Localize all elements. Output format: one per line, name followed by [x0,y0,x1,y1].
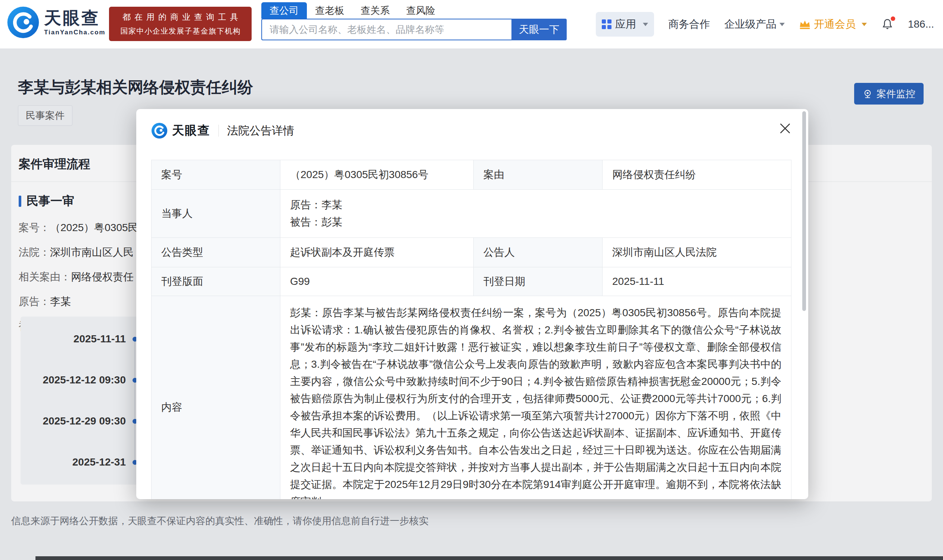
modal-title: 法院公告详情 [227,123,294,138]
timeline-date: 2025-12-31 [20,456,126,468]
brand-text: 天眼查 TianYanCha.com [44,9,106,36]
announcement-type-label: 公告类型 [152,238,280,267]
detail-table: 案号 （2025）粤0305民初30856号 案由 网络侵权责任纠纷 当事人 原… [151,160,791,499]
field-value: （2025）粤0305民 [50,222,138,233]
chevron-down-icon [861,23,867,26]
publish-date-label: 刊登日期 [474,267,603,296]
publish-date-value: 2025-11-11 [603,267,791,296]
timeline-line [134,339,135,462]
crown-icon [799,18,811,30]
brand-logo[interactable]: 天眼查 TianYanCha.com [7,6,106,39]
search-input[interactable] [262,18,511,40]
timeline-date: 2025-12-12 09:30 [20,374,126,386]
trial-title: 民事一审 [26,193,74,209]
page-title: 李某与彭某相关网络侵权责任纠纷 [18,77,253,98]
promo-line1: 都在用的商业查询工具 [122,12,242,23]
tianyancha-logo-icon [7,6,40,39]
tianyancha-page: 天眼查 TianYanCha.com 都在用的商业查询工具 国家中小企业发展子基… [0,0,943,560]
layout-label: 刊登版面 [152,267,280,296]
content-label: 内容 [152,296,280,500]
timeline-date: 2025-12-29 09:30 [20,415,126,427]
announcement-content: 彭某：原告李某与被告彭某网络侵权责任纠纷一案，案号为（2025）粤0305民初3… [290,304,781,499]
divider [218,125,219,137]
defendant-line: 被告：彭某 [290,214,781,231]
case-monitor-button[interactable]: 案件监控 [854,83,924,105]
field-value: 网络侵权责任 [71,271,134,283]
search-tabs: 查公司 查老板 查关系 查风险 [262,2,567,18]
notification-dot [891,17,895,21]
notification-bell[interactable] [881,18,894,31]
case-number-value: （2025）粤0305民初30856号 [280,160,474,190]
parties-value: 原告：李某 被告：彭某 [280,190,791,238]
tab-boss[interactable]: 查老板 [307,2,352,18]
timeline-item: 2025-12-12 09:30 [20,371,137,389]
field-value: 李某 [50,296,71,307]
field-label: 相关案由： [18,271,71,283]
plaintiff-line: 原告：李某 [290,196,781,214]
field-label: 原告： [18,296,50,307]
tianyancha-logo-icon [151,123,168,139]
chevron-down-icon [780,23,785,26]
close-button[interactable] [778,122,792,136]
announcement-type-value: 起诉状副本及开庭传票 [280,238,474,267]
nav-phone[interactable]: 186... [908,18,934,30]
timeline-item: 2025-12-31 [20,453,137,472]
nav-vip-label: 开通会员 [814,17,856,31]
court-announcement-modal: 天眼查 法院公告详情 案号 （2025）粤0305民初30856号 案由 网络侵… [136,109,808,499]
promo-badge: 都在用的商业查询工具 国家中小企业发展子基金旗下机构 [109,7,252,41]
announcer-value: 深圳市南山区人民法院 [603,238,791,267]
nav-apps[interactable]: 应用 [596,12,654,37]
header: 天眼查 TianYanCha.com 都在用的商业查询工具 国家中小企业发展子基… [0,0,943,49]
nav-vip[interactable]: 开通会员 [799,17,867,31]
modal-header: 天眼查 法院公告详情 [151,123,294,139]
timeline-item: 2025-11-11 [20,330,137,348]
cause-label: 案由 [474,160,603,190]
disclaimer: 信息来源于网络公开数据，天眼查不保证内容的真实性、准确性，请你使用信息前自行进一… [11,514,429,528]
search-bar: 天眼一下 [262,18,567,40]
nav-enterprise[interactable]: 企业级产品 [724,17,785,31]
tab-risk[interactable]: 查风险 [398,2,443,18]
tab-relation[interactable]: 查关系 [352,2,398,18]
nav-cooperation[interactable]: 商务合作 [668,17,710,31]
table-row: 当事人 原告：李某 被告：彭某 [152,190,791,238]
brand-name: 天眼查 [44,9,106,28]
search-button[interactable]: 天眼一下 [511,18,567,40]
close-icon [778,122,792,135]
header-nav: 应用 商务合作 企业级产品 开通会员 [596,0,934,49]
table-row: 案号 （2025）粤0305民初30856号 案由 网络侵权责任纠纷 [152,160,791,190]
bottom-window-edge [35,556,943,560]
field-value: 深圳市南山区人民 [50,246,134,258]
case-type-tag: 民事案件 [18,105,72,126]
chevron-down-icon [643,23,648,26]
nav-apps-label: 应用 [615,17,636,31]
case-number-label: 案号 [152,160,280,190]
tab-company[interactable]: 查公司 [262,2,307,18]
promo-line2: 国家中小企业发展子基金旗下机构 [121,26,241,36]
announcement-detail: 案号 （2025）粤0305民初30856号 案由 网络侵权责任纠纷 当事人 原… [151,160,791,499]
timeline-date: 2025-11-11 [20,333,126,345]
apps-grid-icon [602,19,611,29]
brand-domain: TianYanCha.com [44,29,106,36]
announcer-label: 公告人 [474,238,603,267]
monitor-icon [862,88,873,99]
table-row: 公告类型 起诉状副本及开庭传票 公告人 深圳市南山区人民法院 [152,238,791,267]
nav-enterprise-label: 企业级产品 [724,17,777,31]
parties-label: 当事人 [152,190,280,238]
table-row: 刊登版面 G99 刊登日期 2025-11-11 [152,267,791,296]
layout-value: G99 [280,267,474,296]
accent-bar [18,195,21,207]
search-area: 查公司 查老板 查关系 查风险 天眼一下 [262,2,567,40]
cause-value: 网络侵权责任纠纷 [603,160,791,190]
content-cell: 彭某：原告李某与被告彭某网络侵权责任纠纷一案，案号为（2025）粤0305民初3… [280,296,791,500]
table-row: 内容 彭某：原告李某与被告彭某网络侵权责任纠纷一案，案号为（2025）粤0305… [152,296,791,500]
field-label: 法院： [18,246,50,258]
field-label: 案号： [18,222,50,233]
timeline-item: 2025-12-29 09:30 [20,412,137,431]
modal-brand-name: 天眼查 [172,123,210,139]
modal-scrollbar[interactable] [802,111,806,311]
case-monitor-label: 案件监控 [877,88,915,100]
